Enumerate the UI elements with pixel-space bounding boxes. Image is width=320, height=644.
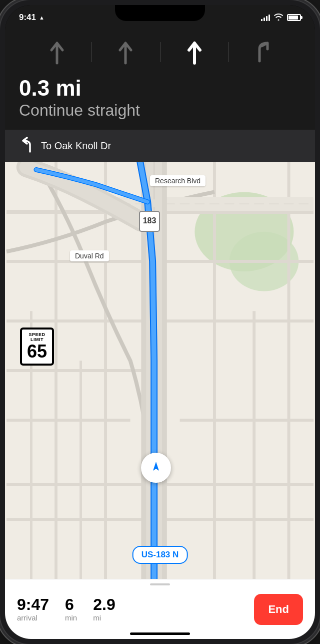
highway-label-text: US-183 N xyxy=(142,550,179,559)
bar-4 xyxy=(268,15,270,21)
minutes-label: min xyxy=(65,613,77,622)
bar-2 xyxy=(264,18,265,21)
sub-instruction: To Oak Knoll Dr xyxy=(5,130,315,162)
miles-stat: 2.9 mi xyxy=(93,596,115,622)
speed-limit-sign: SPEEDLIMIT 65 xyxy=(20,328,54,366)
lane-3-active xyxy=(162,39,226,65)
lane-1 xyxy=(25,39,89,65)
minutes-value: 6 xyxy=(65,596,74,612)
location-arrow-status: ▲ xyxy=(39,15,44,21)
sub-text-value: To Oak Knoll Dr xyxy=(41,140,111,151)
minutes-stat: 6 min xyxy=(65,596,77,622)
status-icons xyxy=(261,14,301,22)
arrival-time-value: 9:47 xyxy=(17,596,49,612)
location-indicator xyxy=(141,453,171,483)
sub-instruction-text: To Oak Knoll Dr xyxy=(41,140,111,152)
bar-3 xyxy=(266,16,268,21)
arrival-time-stat: 9:47 arrival xyxy=(17,596,49,622)
nav-header: 0.3 mi Continue straight To Oak Knoll Dr xyxy=(5,30,315,162)
phone-frame: 9:41 ▲ xyxy=(0,0,320,644)
instruction-block: 0.3 mi Continue straight xyxy=(5,72,315,130)
speed-limit-number: 65 xyxy=(27,343,47,361)
duval-rd-text: Duval Rd xyxy=(75,252,104,260)
highway-183-badge: 183 xyxy=(138,210,160,234)
research-blvd-label: Research Blvd xyxy=(150,175,206,186)
location-arrow-icon xyxy=(149,460,163,476)
research-blvd-text: Research Blvd xyxy=(155,177,200,185)
lane-2 xyxy=(94,39,158,65)
lane-indicators xyxy=(5,30,315,72)
divider-3 xyxy=(228,42,229,62)
status-time: 9:41 ▲ xyxy=(19,13,44,23)
divider-1 xyxy=(91,42,92,62)
miles-label: mi xyxy=(93,613,101,622)
lane-4 xyxy=(231,39,295,65)
miles-value: 2.9 xyxy=(93,596,115,612)
duval-rd-label: Duval Rd xyxy=(70,250,109,261)
signal-bars xyxy=(261,14,270,21)
arrival-label: arrival xyxy=(17,613,38,622)
sub-arrow-icon xyxy=(19,137,33,155)
end-button[interactable]: End xyxy=(254,594,303,625)
screen: 9:41 ▲ xyxy=(5,5,315,639)
divider-2 xyxy=(160,42,160,62)
map-area[interactable]: SPEEDLIMIT 65 Research Blvd Duval Rd 183 xyxy=(5,162,315,579)
home-indicator xyxy=(130,632,190,635)
bottom-bar: 9:47 arrival 6 min 2.9 mi End xyxy=(5,579,315,639)
bar-1 xyxy=(261,19,262,21)
drag-indicator xyxy=(150,583,170,585)
battery-icon xyxy=(287,14,301,21)
notch xyxy=(115,5,205,21)
time-display: 9:41 xyxy=(19,13,36,23)
instruction-distance: 0.3 mi xyxy=(19,77,301,99)
instruction-text: Continue straight xyxy=(19,101,301,120)
wifi-icon xyxy=(274,14,283,22)
highway-label: US-183 N xyxy=(132,546,188,564)
battery-fill xyxy=(288,16,298,20)
svg-text:183: 183 xyxy=(143,216,156,225)
